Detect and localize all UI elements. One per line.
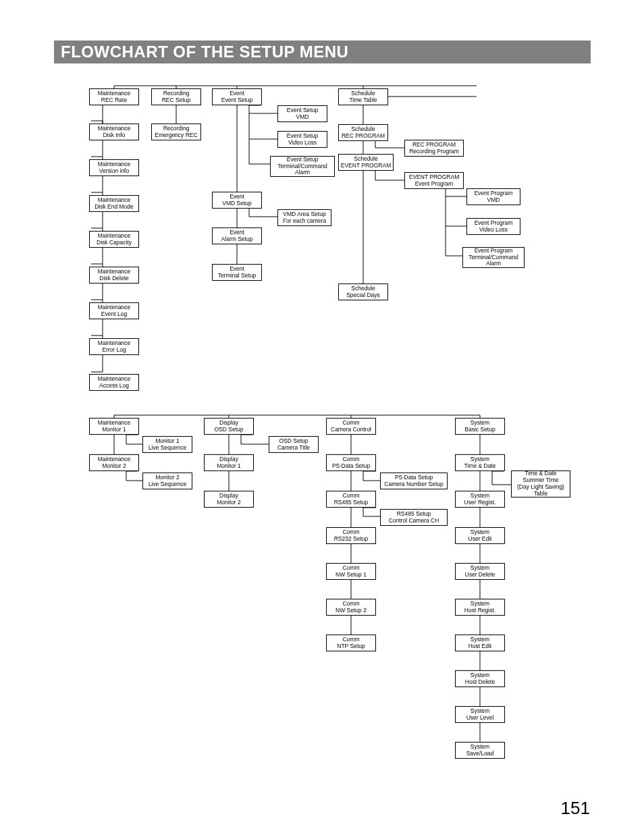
node-system-basic: SystemBasic Setup: [455, 418, 505, 435]
node-comm-nw2: CommNW Setup 2: [326, 599, 376, 616]
node-event-terminal-setup: EventTerminal Setup: [212, 264, 262, 281]
node-event-program-terminal-alarm: Event ProgramTerminal/CommandAlarm: [462, 247, 525, 268]
node-comm-rs232: CommRS232 Setup: [326, 527, 376, 544]
node-comm-nw1: CommNW Setup 1: [326, 563, 376, 580]
node-maintenance-disk-end: MaintenanceDisk End Mode: [89, 195, 139, 212]
node-maintenance-disk-capacity: MaintenanceDisk Capacity: [89, 231, 139, 248]
node-maintenance-event-log: MaintenanceEvent Log: [89, 302, 139, 319]
node-system-host-delete: SystemHost Delete: [455, 670, 505, 687]
node-schedule-rec-program: ScheduleREC PROGRAM: [338, 124, 388, 141]
node-monitor1-live-seq: Monitor 1Live Sequence: [142, 436, 192, 453]
flowchart-canvas: MaintenanceREC Rate MaintenanceDisk Info…: [0, 0, 644, 835]
node-maintenance-error-log: MaintenanceError Log: [89, 338, 139, 355]
node-event-program-video-loss: Event ProgramVideo Loss: [466, 218, 520, 235]
node-system-host-regist: SystemHost Regist.: [455, 599, 505, 616]
node-schedule-event-program: ScheduleEVENT PROGRAM: [338, 154, 394, 171]
node-display-monitor1: DisplayMonitor 1: [204, 454, 254, 471]
node-system-host-edit: SystemHost Edit: [455, 635, 505, 651]
node-comm-camera-control: CommCamera Control: [326, 418, 376, 435]
node-system-save-load: SystemSave/Load: [455, 742, 505, 759]
node-vmd-area-setup: VMD Area SetupFor each camera: [277, 209, 331, 226]
node-event-program-vmd: Event ProgramVMD: [466, 188, 520, 205]
node-rec-program: REC PROGRAMRecording Program: [404, 140, 464, 157]
node-system-user-regist: SystemUser Regist.: [455, 491, 505, 508]
node-maintenance-monitor2: MaintenanceMonitor 2: [89, 454, 139, 471]
node-osd-camera-title: OSD SetupCamera Title: [269, 436, 319, 453]
node-display-monitor2: DisplayMonitor 2: [204, 491, 254, 508]
node-schedule-time-table: ScheduleTime Table: [338, 88, 388, 105]
node-schedule-special-days: ScheduleSpecial Days: [338, 284, 388, 300]
node-comm-rs485: CommRS485 Setup: [326, 491, 376, 508]
node-event-setup-terminal-alarm: Event SetupTerminal/CommandAlarm: [270, 156, 335, 177]
node-maintenance-monitor1: MaintenanceMonitor 1: [89, 418, 139, 435]
node-event-alarm-setup: EventAlarm Setup: [212, 227, 262, 244]
node-comm-ntp: CommNTP Setup: [326, 635, 376, 651]
node-rs485-control-cam: RS485 SetupControl Camera CH: [380, 509, 448, 526]
node-monitor2-live-seq: Monitor 2Live Sequence: [142, 473, 192, 489]
node-system-user-delete: SystemUser Delete: [455, 563, 505, 580]
node-event-vmd-setup: EventVMD Setup: [212, 192, 262, 209]
node-recording-rec-setup: RecordingREC Setup: [151, 88, 201, 105]
node-psdata-camnum: PS·Data SetupCamera Number Setup: [380, 473, 448, 489]
node-maintenance-disk-delete: MaintenanceDisk Delete: [89, 267, 139, 284]
node-maintenance-access-log: MaintenanceAccess Log: [89, 374, 139, 391]
node-event-setup-vmd: Event SetupVMD: [277, 105, 327, 122]
node-comm-psdata: CommPS·Data Setup: [326, 454, 376, 471]
page-number: 151: [561, 798, 590, 819]
node-event-event-setup: EventEvent Setup: [212, 88, 262, 105]
node-system-timedate: SystemTime & Date: [455, 454, 505, 471]
node-system-user-edit: SystemUser Edit: [455, 527, 505, 544]
node-maintenance-rec-rate: MaintenanceREC Rate: [89, 88, 139, 105]
node-system-user-level: SystemUser Level: [455, 706, 505, 723]
node-event-setup-video-loss: Event SetupVideo Loss: [277, 131, 327, 148]
node-maintenance-version: MaintenanceVersion info: [89, 159, 139, 176]
node-display-osd: DisplayOSD Setup: [204, 418, 254, 435]
node-recording-emergency: RecordingEmergency REC: [151, 124, 201, 140]
node-maintenance-disk-info: MaintenanceDisk Info: [89, 124, 139, 140]
node-event-program: EVENT PROGRAMEvent Program: [404, 172, 464, 189]
node-timedate-summer: Time & DateSummer Time(Day Light Saving)…: [511, 470, 570, 497]
